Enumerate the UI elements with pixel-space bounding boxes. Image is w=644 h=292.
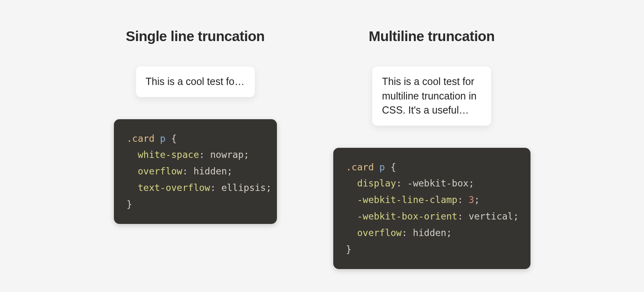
code-val: ellipsis <box>221 182 266 193</box>
multiline-card-text: This is a cool test for multiline trunca… <box>382 75 481 118</box>
code-line-close: } <box>346 241 518 258</box>
code-line-decl: white-space: nowrap; <box>127 147 264 163</box>
multiline-column: Multiline truncation This is a cool test… <box>333 28 530 269</box>
code-line-decl: -webkit-line-clamp: 3; <box>346 192 518 208</box>
code-brace-open: { <box>171 133 177 144</box>
single-line-column: Single line truncation This is a cool te… <box>114 28 277 224</box>
code-prop: -webkit-line-clamp <box>357 195 457 205</box>
code-brace-close: } <box>127 199 132 209</box>
multiline-card: This is a cool test for multiline trunca… <box>372 66 491 126</box>
code-line-decl: overflow: hidden; <box>346 225 518 241</box>
code-selector-class: .card <box>346 162 374 172</box>
code-line-decl: -webkit-box-orient: vertical; <box>346 208 518 225</box>
code-line-decl: overflow: hidden; <box>127 163 264 180</box>
code-line-decl: display: -webkit-box; <box>346 175 518 192</box>
multiline-code-block: .card p { display: -webkit-box; -webkit-… <box>333 148 530 269</box>
code-val: hidden <box>194 166 227 176</box>
code-prop: overflow <box>138 166 182 176</box>
code-line-selector: .card p { <box>127 130 264 147</box>
code-brace-open: { <box>390 162 396 172</box>
code-line-close: } <box>127 196 264 213</box>
code-val: vertical <box>469 211 513 222</box>
multiline-heading: Multiline truncation <box>369 28 495 44</box>
code-prop: -webkit-box-orient <box>357 211 457 222</box>
code-prop: overflow <box>357 228 402 238</box>
code-selector-element: p <box>380 162 385 172</box>
code-val: hidden <box>413 228 446 238</box>
single-line-heading: Single line truncation <box>126 28 265 44</box>
code-prop: text-overflow <box>138 182 210 193</box>
code-selector-class: .card <box>127 133 155 144</box>
single-line-card: This is a cool test for single line trun… <box>136 66 255 97</box>
code-brace-close: } <box>346 244 352 255</box>
code-num: 3 <box>469 195 474 205</box>
code-selector-element: p <box>160 133 166 144</box>
code-line-decl: text-overflow: ellipsis; <box>127 180 264 196</box>
code-line-selector: .card p { <box>346 159 518 176</box>
code-prop: white-space <box>138 149 199 160</box>
code-val: -webkit-box <box>407 178 469 188</box>
code-prop: display <box>357 178 396 188</box>
code-val: nowrap <box>210 149 244 160</box>
single-line-code-block: .card p { white-space: nowrap; overflow:… <box>114 119 277 224</box>
single-line-card-text: This is a cool test for single line trun… <box>146 75 245 89</box>
